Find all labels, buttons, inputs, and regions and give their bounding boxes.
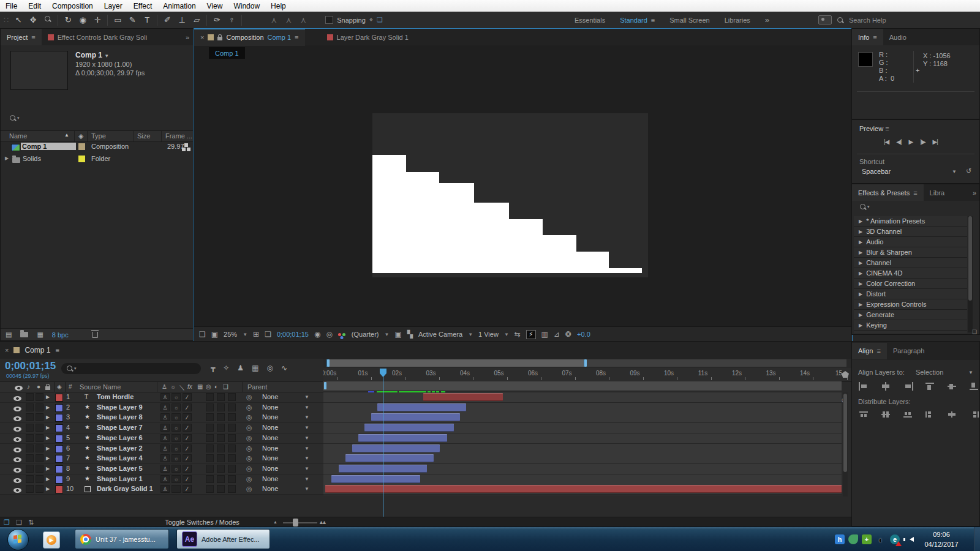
project-search-input[interactable]: ▾ bbox=[9, 114, 20, 122]
parent-pickwhip-icon[interactable]: ◎ bbox=[246, 424, 252, 432]
switch-cell[interactable] bbox=[228, 413, 236, 421]
layer-color-chip[interactable] bbox=[55, 455, 63, 463]
effects-group[interactable]: ▶Color Correction bbox=[854, 279, 967, 289]
parent-pickwhip-icon[interactable]: ◎ bbox=[246, 454, 252, 462]
switch-cell[interactable] bbox=[228, 424, 236, 432]
switch-cell[interactable] bbox=[206, 465, 214, 473]
distribute-bottom-button[interactable] bbox=[902, 410, 914, 419]
tab-composition[interactable]: × Composition Comp 1 ≡ bbox=[194, 29, 305, 46]
layer-color-chip[interactable] bbox=[55, 404, 63, 412]
chevron-down-icon[interactable]: ▼ bbox=[304, 476, 309, 482]
effects-group[interactable]: ▶Keying bbox=[854, 320, 967, 331]
workspace-essentials[interactable]: Essentials bbox=[575, 17, 605, 24]
layer-name[interactable]: Shape Layer 6 bbox=[97, 434, 143, 441]
show-snapshot-icon[interactable]: ◎ bbox=[326, 330, 332, 339]
shy-switch[interactable]: ♙ bbox=[160, 485, 170, 493]
audio-toggle[interactable] bbox=[26, 465, 34, 473]
layer-row-8[interactable]: ▶8★Shape Layer 5♙☼∕◎None▼ bbox=[0, 464, 323, 474]
tab-info[interactable]: Info≡ bbox=[852, 29, 883, 45]
workspace-small-screen[interactable]: Small Screen bbox=[669, 17, 709, 24]
roto-brush-tool[interactable]: ✑ bbox=[209, 15, 224, 24]
collapse-switch[interactable]: ☼ bbox=[172, 475, 181, 483]
switch-cell[interactable] bbox=[228, 403, 236, 411]
parent-pickwhip-icon[interactable]: ◎ bbox=[246, 475, 252, 483]
zoom-in-mountain-icon[interactable]: ▲▲ bbox=[318, 519, 325, 525]
menu-animation[interactable]: Animation bbox=[157, 2, 201, 10]
view-layout-select[interactable]: 1 View bbox=[478, 331, 499, 338]
switch-cell[interactable] bbox=[228, 393, 236, 401]
quality-switch[interactable]: ∕ bbox=[183, 475, 192, 483]
type-tool[interactable]: T bbox=[140, 15, 154, 24]
layer-color-chip[interactable] bbox=[55, 424, 63, 432]
menu-help[interactable]: Help bbox=[265, 2, 292, 10]
share-view-icon[interactable]: ⇆ bbox=[514, 330, 521, 339]
parent-select[interactable]: None bbox=[262, 403, 278, 411]
lock-toggle[interactable] bbox=[36, 403, 43, 411]
chevron-down-icon[interactable]: ▼ bbox=[304, 435, 309, 441]
layer-name[interactable]: Tom Hordle bbox=[97, 393, 134, 400]
switch-cell[interactable] bbox=[228, 485, 236, 493]
parent-pickwhip-icon[interactable]: ◎ bbox=[246, 465, 252, 473]
tab-audio[interactable]: Audio bbox=[883, 29, 913, 45]
expand-transfer-controls-icon[interactable]: ❏ bbox=[16, 519, 22, 527]
new-folder-icon[interactable] bbox=[20, 332, 28, 337]
switch-cell[interactable] bbox=[217, 403, 225, 411]
align-to-select[interactable]: Selection bbox=[916, 369, 943, 376]
quality-switch[interactable]: ∕ bbox=[183, 454, 192, 462]
world-axis-mode[interactable]: ⋏ bbox=[281, 15, 296, 24]
parent-pickwhip-icon[interactable]: ◎ bbox=[246, 413, 252, 421]
quality-switch[interactable]: ∕ bbox=[183, 413, 192, 421]
shy-switch[interactable]: ♙ bbox=[160, 424, 170, 432]
switch-cell[interactable] bbox=[228, 475, 236, 483]
switch-cell[interactable] bbox=[217, 485, 225, 493]
lock-toggle[interactable] bbox=[36, 424, 43, 432]
show-channel-icon[interactable] bbox=[338, 333, 341, 336]
collapse-switch[interactable]: ☼ bbox=[172, 454, 181, 462]
interpret-footage-icon[interactable]: ▤ bbox=[6, 331, 12, 339]
menu-window[interactable]: Window bbox=[228, 2, 265, 10]
switch-cell[interactable] bbox=[217, 465, 225, 473]
tab-align[interactable]: Align≡ bbox=[852, 343, 887, 359]
expand-arrow-icon[interactable]: ▶ bbox=[46, 455, 50, 461]
delete-icon[interactable] bbox=[92, 332, 98, 338]
quality-switch[interactable]: ∕ bbox=[183, 465, 192, 473]
chevron-down-icon[interactable]: ▼ bbox=[304, 414, 309, 420]
align-bottom-button[interactable] bbox=[968, 382, 980, 391]
effects-group[interactable]: ▶Channel bbox=[854, 258, 967, 268]
layer-duration-bar[interactable] bbox=[364, 424, 453, 432]
shy-switch[interactable]: ♙ bbox=[160, 393, 170, 401]
parent-pickwhip-icon[interactable]: ◎ bbox=[246, 393, 252, 401]
snapping-checkbox[interactable] bbox=[325, 16, 333, 24]
zoom-slider-handle[interactable] bbox=[293, 519, 298, 527]
audio-toggle[interactable] bbox=[26, 444, 34, 452]
layer-color-chip[interactable] bbox=[55, 414, 63, 422]
sync-settings-icon[interactable] bbox=[818, 15, 832, 24]
layer-row-5[interactable]: ▶5★Shape Layer 6♙☼∕◎None▼ bbox=[0, 433, 323, 444]
panel-grip-icon[interactable]: ❏ bbox=[972, 329, 977, 335]
previous-frame-button[interactable]: ◀| bbox=[892, 138, 905, 145]
target-region-icon[interactable]: ▣ bbox=[394, 330, 401, 339]
parent-select[interactable]: None bbox=[262, 434, 278, 441]
menu-view[interactable]: View bbox=[202, 2, 228, 10]
expand-arrow-icon[interactable]: ▶ bbox=[46, 486, 50, 492]
lock-toggle[interactable] bbox=[36, 475, 43, 483]
workspace-menu-icon[interactable]: ≡ bbox=[651, 17, 655, 24]
distribute-h-center-button[interactable] bbox=[946, 410, 958, 419]
audio-toggle[interactable] bbox=[26, 393, 34, 401]
panel-menu-icon[interactable]: ≡ bbox=[295, 34, 298, 41]
audio-toggle[interactable] bbox=[26, 413, 34, 421]
layer-name[interactable]: Shape Layer 4 bbox=[97, 454, 143, 462]
switch-cell[interactable] bbox=[217, 444, 225, 452]
distribute-v-center-button[interactable] bbox=[880, 410, 892, 419]
parent-select[interactable]: None bbox=[262, 454, 278, 462]
chevron-down-icon[interactable]: ▼ bbox=[304, 455, 309, 461]
chevron-down-icon[interactable]: ▼ bbox=[968, 370, 973, 375]
audio-toggle[interactable] bbox=[26, 485, 34, 493]
layer-color-chip[interactable] bbox=[55, 394, 63, 402]
label-swatch[interactable] bbox=[78, 143, 85, 150]
shy-switch[interactable]: ♙ bbox=[160, 444, 170, 452]
exposure-icon[interactable]: ❂ bbox=[565, 330, 571, 339]
switch-cell[interactable] bbox=[217, 424, 225, 432]
distribute-left-button[interactable] bbox=[924, 410, 936, 419]
menu-composition[interactable]: Composition bbox=[47, 2, 99, 10]
